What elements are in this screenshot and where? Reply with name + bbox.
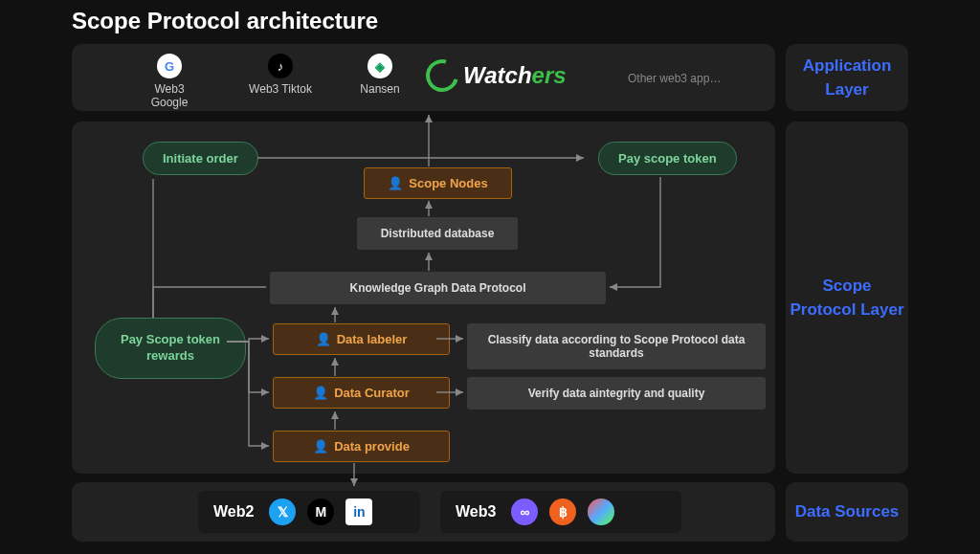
app-label: Nansen	[351, 82, 409, 96]
app-label: Web3 Tiktok	[247, 82, 314, 96]
app-web3-tiktok: ♪ Web3 Tiktok	[247, 54, 314, 96]
ds-web3-label: Web3	[456, 503, 496, 521]
diagram-stage: Scope Protocol architecture Application …	[0, 0, 980, 554]
box-verify: Verify data aintegrity and quality	[467, 377, 766, 410]
pill-initiate-order: Initiate order	[143, 142, 258, 175]
web3-icon-1: ∞	[511, 499, 538, 525]
page-title: Scope Protocol architecture	[72, 8, 378, 34]
side-label-a: Scope	[822, 277, 871, 295]
node-scope-nodes: 👤Scope Nodes	[364, 167, 512, 199]
google-icon: G	[157, 54, 182, 78]
user-icon: 👤	[316, 332, 331, 346]
side-data-sources: Data Sources	[786, 482, 908, 542]
tiktok-icon: ♪	[268, 54, 293, 78]
watchers-pre: W	[463, 62, 484, 88]
node-data-curator: 👤Data Curator	[273, 377, 450, 409]
side-label-b: Protocol Layer	[790, 300, 903, 319]
app-watchers: Watchers	[426, 59, 567, 92]
web3-icon-3	[588, 499, 614, 525]
node-label: Scope Nodes	[409, 176, 487, 190]
side-label: Application Layer	[786, 54, 908, 102]
watchers-crescent-icon	[420, 54, 464, 98]
watchers-mid: atch	[484, 62, 531, 88]
box-distributed-db: Distributed database	[357, 217, 518, 250]
box-kgdp: Knowledge Graph Data Protocol	[270, 272, 606, 304]
user-icon: 👤	[313, 439, 328, 454]
ds-web2: Web2 𝕏 M in	[198, 491, 420, 533]
linkedin-icon: in	[345, 499, 372, 525]
app-web3-google: G Web3 Google	[136, 54, 203, 109]
nansen-icon: ◈	[368, 54, 392, 78]
node-label: Data labeler	[337, 332, 408, 346]
pill-pay-rewards: Pay Scope token rewards	[95, 318, 246, 379]
pill-pay-scope-token: Pay scope token	[598, 142, 737, 175]
node-label: Data provide	[334, 439, 410, 454]
ds-web2-label: Web2	[213, 503, 254, 521]
side-scope-layer: ScopeProtocol Layer	[786, 122, 908, 474]
web3-icon-2: ฿	[549, 499, 576, 525]
user-icon: 👤	[313, 386, 328, 400]
medium-icon: M	[307, 499, 334, 525]
node-data-labeler: 👤Data labeler	[273, 323, 450, 355]
node-data-provide: 👤Data provide	[273, 431, 450, 462]
twitter-icon: 𝕏	[269, 499, 296, 525]
app-other: Other web3 app…	[628, 72, 721, 85]
user-icon: 👤	[388, 176, 403, 190]
app-label: Web3 Google	[136, 82, 203, 109]
app-nansen: ◈ Nansen	[351, 54, 409, 96]
side-application-layer: Application Layer	[786, 44, 908, 111]
watchers-post: ers	[532, 62, 567, 88]
ds-web3: Web3 ∞ ฿	[440, 491, 681, 533]
box-classify: Classify data according to Scope Protoco…	[467, 323, 766, 369]
node-label: Data Curator	[334, 386, 410, 400]
side-label: Data Sources	[795, 499, 900, 524]
